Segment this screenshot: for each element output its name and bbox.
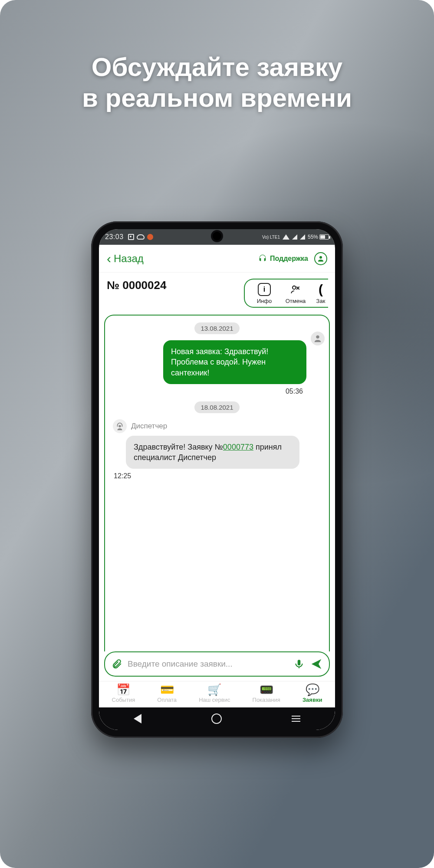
- message-input[interactable]: [128, 659, 288, 669]
- card-icon: 💳: [160, 684, 174, 695]
- profile-button[interactable]: [314, 252, 327, 265]
- svg-point-0: [319, 256, 322, 259]
- tab-meters-label: Показания: [253, 697, 280, 703]
- action-info[interactable]: i Инфо: [251, 283, 278, 304]
- action-info-label: Инфо: [257, 298, 272, 304]
- calendar-icon: 📅: [116, 684, 130, 695]
- tab-payment-label: Оплата: [157, 697, 177, 703]
- message-time-out: 05:36: [111, 388, 303, 395]
- status-network-label: Vo) LTE1: [262, 235, 280, 240]
- app-header: ‹ Назад Поддержка: [99, 245, 335, 273]
- cancel-user-icon: [289, 283, 302, 296]
- phone-icon: (: [314, 283, 327, 296]
- mic-button[interactable]: [293, 658, 305, 670]
- hero-line-2: в реальном времени: [0, 83, 434, 114]
- support-label: Поддержка: [270, 255, 308, 263]
- paperclip-icon: [111, 658, 122, 670]
- status-time: 23:03: [105, 233, 124, 241]
- back-button[interactable]: ‹ Назад: [107, 252, 144, 265]
- send-icon: [310, 658, 323, 671]
- tab-service[interactable]: 🛒 Наш сервис: [199, 684, 230, 703]
- action-cancel-label: Отмена: [286, 298, 306, 304]
- meter-icon: 📟: [260, 684, 273, 695]
- tab-requests-label: Заявки: [302, 697, 322, 703]
- tab-events-label: События: [112, 697, 135, 703]
- battery-percent: 55%: [308, 234, 318, 240]
- headset-icon: [258, 254, 267, 263]
- android-home-button[interactable]: [211, 713, 222, 724]
- android-recents-button[interactable]: [292, 716, 300, 722]
- battery-icon: [319, 234, 329, 240]
- marketing-headline: Обсуждайте заявку в реальном времени: [0, 52, 434, 114]
- action-order-label: Зак: [316, 298, 326, 304]
- message-composer: [104, 651, 330, 677]
- info-icon: i: [258, 283, 271, 296]
- support-button[interactable]: Поддержка: [258, 254, 308, 263]
- svg-point-1: [293, 286, 296, 289]
- android-back-button[interactable]: [134, 714, 141, 723]
- ticket-actions: i Инфо Отмена ( Зак: [244, 279, 328, 308]
- notification-dot-icon: [147, 234, 153, 240]
- back-label: Назад: [114, 253, 144, 265]
- message-time-in: 12:25: [114, 472, 323, 480]
- svg-point-4: [316, 335, 319, 339]
- chat-icon: 💬: [306, 684, 319, 695]
- svg-point-5: [118, 425, 121, 427]
- action-cancel[interactable]: Отмена: [282, 283, 309, 304]
- msg-in-prefix: Здравствуйте! Заявку №: [134, 443, 223, 451]
- person-icon: [317, 255, 325, 263]
- message-incoming: Здравствуйте! Заявку №0000773 принял спе…: [126, 436, 299, 469]
- action-order[interactable]: ( Зак: [313, 283, 328, 304]
- hero-line-1: Обсуждайте заявку: [0, 52, 434, 83]
- date-separator-2: 18.08.2021: [194, 401, 239, 413]
- cloud-icon: [137, 234, 145, 240]
- bottom-nav: 📅 События 💳 Оплата 🛒 Наш сервис 📟 Показа…: [99, 681, 335, 707]
- phone-frame: 23:03 Vo) LTE1 55%: [91, 221, 343, 738]
- tab-payment[interactable]: 💳 Оплата: [157, 684, 177, 703]
- dispatcher-avatar-icon: [113, 419, 127, 433]
- chevron-left-icon: ‹: [107, 252, 111, 265]
- tab-service-label: Наш сервис: [199, 697, 230, 703]
- mic-icon: [293, 658, 305, 670]
- front-camera-icon: [213, 232, 221, 240]
- svg-rect-6: [298, 660, 301, 665]
- user-avatar-icon: [310, 331, 326, 346]
- sender-name: Диспетчер: [131, 422, 167, 431]
- signal-icon: [292, 234, 297, 240]
- ticket-link[interactable]: 0000773: [223, 443, 253, 451]
- signal-icon-2: [300, 234, 305, 240]
- wifi-icon: [283, 234, 289, 240]
- phone-screen: 23:03 Vo) LTE1 55%: [99, 229, 335, 730]
- tab-meters[interactable]: 📟 Показания: [253, 684, 280, 703]
- message-outgoing: Новая заявка: Здравствуй! Проблема с вод…: [163, 340, 306, 384]
- send-button[interactable]: [310, 658, 323, 671]
- gallery-icon: [128, 234, 134, 240]
- chat-thread[interactable]: 13.08.2021 Новая заявка: Здравствуй! Про…: [104, 315, 330, 651]
- date-separator: 13.08.2021: [194, 322, 239, 334]
- ticket-number: № 0000024: [107, 279, 166, 292]
- android-nav-bar: [99, 707, 335, 730]
- tab-requests[interactable]: 💬 Заявки: [302, 684, 322, 703]
- attach-button[interactable]: [111, 658, 122, 670]
- tab-events[interactable]: 📅 События: [112, 684, 135, 703]
- cart-icon: 🛒: [207, 684, 221, 695]
